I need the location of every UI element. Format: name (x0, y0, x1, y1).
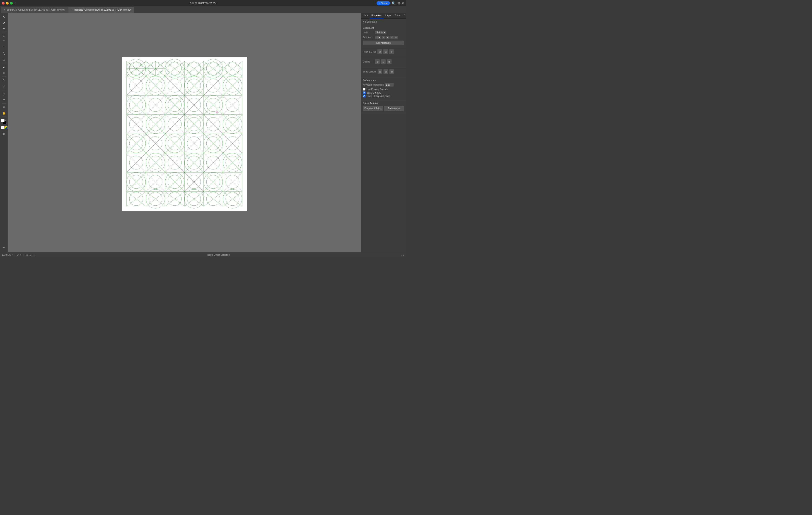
gradient-icon[interactable] (4, 126, 7, 129)
snap-options-section: Snap Options ⊞ ⊟ ⊠ (361, 67, 406, 77)
pencil-tool[interactable]: ✏ (1, 70, 7, 75)
tab-design6[interactable]: ✕ design6 [Converted].AI @ 102.91 % (RGB… (68, 7, 134, 13)
ruler-icon-btn[interactable]: ⊞ (377, 49, 382, 54)
scale-corners-checkbox[interactable] (363, 91, 366, 94)
curvature-tool[interactable]: ⌒ (1, 39, 7, 44)
minimize-button[interactable] (6, 2, 9, 4)
snap-btn1[interactable]: ⊞ (377, 69, 382, 74)
keyboard-increment-row: Keyboard Increment: (363, 83, 404, 87)
snap-grid-btn[interactable]: ⊠ (389, 49, 394, 54)
tab-component[interactable]: Com (402, 13, 406, 18)
guides-btn2[interactable]: ⊟ (381, 59, 386, 64)
zoom-tool[interactable]: ⊕ (1, 104, 7, 110)
canvas-area[interactable] (8, 13, 361, 252)
use-preview-bounds-checkbox[interactable] (363, 88, 366, 91)
right-panel: Libra Properties Layer Trans Com No Sele… (361, 13, 406, 252)
pen-tool[interactable]: ✒ (1, 33, 7, 39)
rotation-status: 0° ▾ (17, 254, 21, 256)
document-setup-button[interactable]: Document Setup (363, 106, 383, 111)
tool-separator-2 (2, 63, 6, 63)
tab-design10[interactable]: ✕ design10 [Converted].AI @ 111.46 % (RG… (1, 7, 68, 13)
shape-tool[interactable]: □ (1, 57, 7, 62)
tab-properties[interactable]: Properties (370, 13, 383, 18)
guides-btn1[interactable]: ⊞ (375, 59, 380, 64)
status-bar: 102.91% ▾ | 0° ▾ | ◂ ▸ 1 ▸ ▸| Toggle Dir… (0, 252, 406, 258)
tab-close-icon[interactable]: ✕ (4, 8, 5, 11)
share-icon: ↑ (379, 2, 380, 4)
grid-btn[interactable]: ⊟ (383, 49, 388, 54)
snap-options-row: Snap Options ⊞ ⊟ ⊠ (363, 69, 404, 74)
document-section: Document Units: Points ▾ Artboard: 1 ▾ ◂… (361, 25, 406, 47)
home-icon[interactable]: ⌂ (14, 2, 16, 5)
search-icon[interactable]: 🔍 (392, 1, 396, 5)
artboard-content (122, 57, 247, 211)
share-button[interactable]: ↑ Share (377, 1, 390, 5)
more-tools-btn[interactable]: ··· (1, 245, 7, 250)
artboard-end-icon[interactable]: ▸| (34, 254, 35, 256)
preferences-title: Preferences (363, 79, 404, 82)
paintbrush-tool[interactable]: 🖌 (1, 64, 7, 70)
magic-wand-tool[interactable]: ✦ (1, 26, 7, 31)
hand-tool[interactable]: ✋ (1, 110, 7, 116)
preferences-button[interactable]: Preferences (384, 106, 404, 111)
scale-strokes-checkbox[interactable] (363, 95, 366, 97)
eraser-tool[interactable]: ◻ (1, 91, 7, 96)
snap-options-label: Snap Options (363, 70, 377, 73)
close-button[interactable] (2, 2, 4, 4)
scissors-tool[interactable]: ✂ (1, 97, 7, 102)
ruler-grids-section: Ruler & Grids ⊞ ⊟ ⊠ (361, 47, 406, 57)
tab-libra[interactable]: Libra (361, 13, 370, 18)
tab-close-icon[interactable]: ✕ (71, 8, 73, 11)
keyboard-increment-input[interactable] (385, 83, 394, 87)
artboard-dropdown[interactable]: 1 ▾ (375, 35, 381, 39)
guides-btn3[interactable]: ⊠ (387, 59, 392, 64)
status-right: ◂ ▸ (401, 254, 404, 256)
tool-separator-3 (2, 77, 6, 77)
artboard-add-btn[interactable]: + (390, 36, 394, 39)
artboard (122, 57, 247, 211)
more-tools[interactable]: ··· (1, 245, 7, 251)
color-indicator[interactable] (1, 119, 7, 125)
tab-label: design6 [Converted].AI @ 102.91 % (RGB/P… (74, 8, 132, 11)
tab-layer[interactable]: Layer (383, 13, 393, 18)
maximize-button[interactable] (10, 2, 13, 4)
zoom-value: 102.91% (2, 254, 11, 256)
artboard-next-btn[interactable]: ▸ (386, 36, 390, 39)
selection-tool[interactable]: ↖ (1, 14, 7, 20)
status-arrow-left-icon[interactable]: ◂ (401, 254, 402, 256)
artboard-prev-icon[interactable]: ◂ (25, 254, 27, 256)
use-preview-bounds-row: Use Preview Bounds (363, 88, 404, 91)
status-arrow-right-icon[interactable]: ▸ (403, 254, 404, 256)
no-selection-label: No Selection (361, 19, 406, 25)
none-fill-icon[interactable]: ⊘ (1, 126, 4, 129)
scale-corners-label[interactable]: Scale Corners (367, 91, 381, 94)
artboard-prev-btn[interactable]: ◂ (382, 36, 386, 39)
artboard-next-icon[interactable]: ▸ (27, 254, 29, 256)
artboard-nav-icon[interactable]: ▸ (32, 254, 33, 256)
direct-selection-tool[interactable]: ↗ (1, 20, 7, 25)
chevron-down-icon: ▾ (384, 31, 385, 34)
ruler-grids-label: Ruler & Grids (363, 51, 376, 53)
fill-color-box[interactable] (1, 119, 4, 122)
workspace-icon[interactable]: ⊞ (397, 1, 400, 5)
keyboard-increment-label: Keyboard Increment: (363, 84, 384, 86)
artboard-delete-btn[interactable]: − (394, 36, 398, 39)
units-dropdown[interactable]: Points ▾ (375, 31, 386, 34)
text-tool[interactable]: T (1, 45, 7, 51)
document-section-title: Document (363, 27, 404, 29)
rotation-value: 0° (17, 254, 19, 256)
scale-corners-row: Scale Corners (363, 91, 404, 94)
snap-btn2[interactable]: ⊟ (383, 69, 388, 74)
arrange-icon[interactable]: ⧉ (402, 1, 404, 5)
app-title: Adobe Illustrator 2022 (190, 2, 216, 5)
scale-tool[interactable]: ⤢ (1, 84, 7, 89)
use-preview-bounds-label[interactable]: Use Preview Bounds (367, 88, 388, 91)
rotate-tool[interactable]: ↻ (1, 78, 7, 83)
tab-transform[interactable]: Trans (393, 13, 402, 18)
snap-btn3[interactable]: ⊠ (389, 69, 394, 74)
line-tool[interactable]: ╲ (1, 51, 7, 56)
artboard-tool[interactable]: ⊟ (1, 131, 7, 137)
edit-artboards-button[interactable]: Edit Artboards (363, 40, 404, 45)
scale-strokes-label[interactable]: Scale Strokes & Effects (367, 95, 390, 97)
tab-label: design10 [Converted].AI @ 111.46 % (RGB/… (7, 8, 65, 11)
